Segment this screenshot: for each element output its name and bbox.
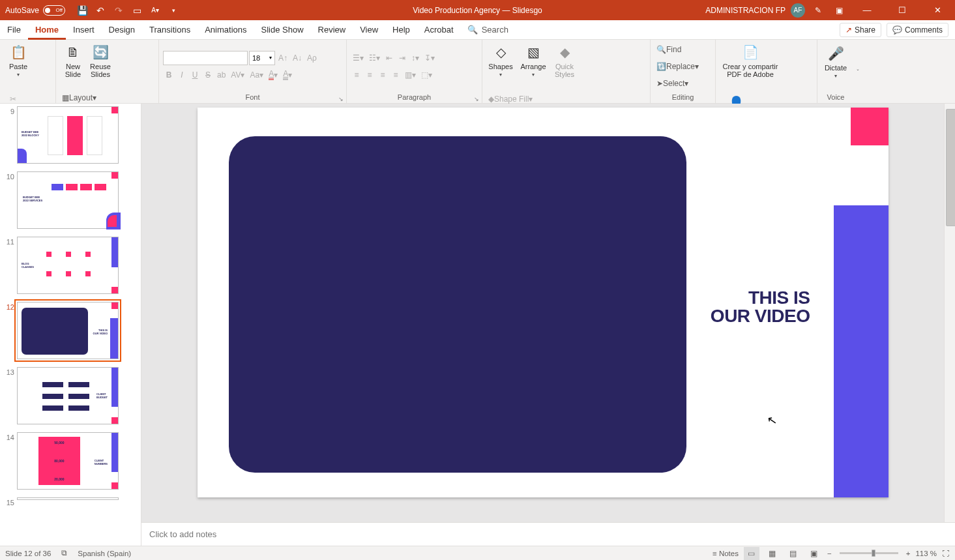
- vertical-scrollbar[interactable]: [944, 104, 955, 522]
- change-case-button[interactable]: Aa▾: [248, 68, 265, 82]
- close-button[interactable]: ✕: [922, 0, 952, 20]
- char-spacing-button[interactable]: AV▾: [229, 68, 246, 82]
- video-placeholder[interactable]: [229, 136, 686, 473]
- share-button[interactable]: ↗ Share: [840, 23, 881, 37]
- tab-design[interactable]: Design: [102, 20, 142, 40]
- slide[interactable]: THIS IS OUR VIDEO: [198, 108, 889, 497]
- comments-button[interactable]: 💬 Comments: [887, 23, 948, 37]
- arrange-button[interactable]: ▧ Arrange▾: [518, 41, 549, 89]
- bullets-icon[interactable]: ☰▾: [351, 51, 366, 65]
- quick-styles-button[interactable]: ◆ Quick Styles: [551, 41, 578, 89]
- increase-font-icon[interactable]: A↑: [276, 51, 289, 65]
- font-size-box[interactable]: 18▾: [249, 51, 275, 65]
- font-name-box[interactable]: [163, 51, 248, 65]
- tab-acrobat[interactable]: Acrobat: [417, 20, 461, 40]
- zoom-in-icon[interactable]: +: [906, 550, 911, 557]
- highlight-icon[interactable]: A▾: [281, 68, 294, 82]
- avatar[interactable]: AF: [791, 3, 805, 18]
- reuse-slides-button[interactable]: 🔄 Reuse Slides: [87, 41, 113, 89]
- pen-icon[interactable]: ✎: [810, 3, 826, 18]
- align-right-icon[interactable]: ≡: [377, 68, 389, 82]
- autosave-state[interactable]: Off: [43, 5, 65, 16]
- line-spacing-icon[interactable]: ↕▾: [409, 51, 421, 65]
- underline-button[interactable]: U: [189, 68, 201, 82]
- zoom-out-icon[interactable]: −: [827, 550, 832, 557]
- replace-button[interactable]: 🔃 Replace ▾: [654, 59, 711, 74]
- notes-toggle[interactable]: ≡ Notes: [713, 550, 739, 557]
- text-direction-icon[interactable]: ↧▾: [422, 51, 437, 65]
- account-name[interactable]: ADMINISTRACION FP: [705, 6, 786, 15]
- shapes-button[interactable]: ◇ Shapes▾: [486, 41, 515, 89]
- zoom-level[interactable]: 113 %: [915, 550, 937, 557]
- numbering-icon[interactable]: ☷▾: [367, 51, 382, 65]
- thumbnail-12[interactable]: 12 THIS ISOUR VIDEO: [3, 302, 141, 359]
- slide-sorter-icon[interactable]: ▦: [765, 547, 780, 560]
- undo-icon[interactable]: ↶: [94, 4, 107, 17]
- create-pdf-button[interactable]: 📄 Crear y compartir PDF de Adobe: [720, 41, 781, 89]
- decrease-font-icon[interactable]: A↓: [291, 51, 304, 65]
- increase-indent-icon[interactable]: ⇥: [396, 51, 408, 65]
- tab-transitions[interactable]: Transitions: [142, 20, 198, 40]
- save-icon[interactable]: 💾: [76, 4, 89, 17]
- tab-animations[interactable]: Animations: [198, 20, 254, 40]
- bold-button[interactable]: B: [163, 68, 175, 82]
- strikethrough-button[interactable]: S: [202, 68, 214, 82]
- share-icon: ↗: [845, 25, 852, 35]
- accessibility-icon[interactable]: ⧉: [61, 549, 67, 557]
- slideshow-icon[interactable]: ▣: [806, 547, 822, 560]
- minimize-button[interactable]: —: [852, 0, 882, 20]
- zoom-slider[interactable]: [840, 552, 898, 554]
- thumbnail-10[interactable]: 10 BUDGET BEE2022 SERVICES: [3, 171, 141, 229]
- qat-customize-icon[interactable]: ▾: [167, 4, 180, 17]
- normal-view-icon[interactable]: ▭: [744, 547, 759, 560]
- layout-button[interactable]: ▦ Layout ▾: [60, 91, 103, 105]
- maximize-button[interactable]: ☐: [887, 0, 917, 20]
- thumbnail-9[interactable]: 9 BUDGET BEE2022 BLOCKY: [3, 106, 141, 164]
- language-indicator[interactable]: Spanish (Spain): [78, 550, 131, 557]
- present-from-start-icon[interactable]: ▭: [130, 4, 143, 17]
- thumbnail-pane[interactable]: 9 BUDGET BEE2022 BLOCKY 10 BUDGET BEE202…: [0, 104, 141, 546]
- redo-icon[interactable]: ↷: [112, 4, 125, 17]
- smart-art-icon[interactable]: ⬚▾: [419, 68, 434, 82]
- columns-icon[interactable]: ▥▾: [403, 68, 418, 82]
- group-label: Paragraph: [398, 93, 431, 101]
- fit-to-window-icon[interactable]: ⛶: [942, 550, 950, 557]
- new-slide-button[interactable]: 🗎 New Slide: [60, 41, 86, 89]
- align-center-icon[interactable]: ≡: [364, 68, 375, 82]
- font-color-icon[interactable]: A▾: [267, 68, 280, 82]
- paste-button[interactable]: 📋 Paste ▾: [4, 41, 33, 89]
- ribbon-display-options-icon[interactable]: ▣: [831, 3, 847, 18]
- slide-indicator[interactable]: Slide 12 of 36: [5, 550, 51, 557]
- italic-button[interactable]: I: [176, 68, 188, 82]
- align-left-icon[interactable]: ≡: [351, 68, 362, 82]
- shadow-button[interactable]: ab: [215, 68, 228, 82]
- thumbnail-14[interactable]: 14 50,00080,00020,000 CLIENTNUMBERS: [3, 432, 141, 490]
- tab-file[interactable]: File: [0, 20, 28, 40]
- tab-home[interactable]: Home: [28, 20, 66, 40]
- tab-review[interactable]: Review: [311, 20, 353, 40]
- thumbnail-13[interactable]: 13 CLIENTBUDGET: [3, 367, 141, 424]
- slide-canvas[interactable]: THIS IS OUR VIDEO ↖: [141, 104, 944, 522]
- clear-formatting-icon[interactable]: Aρ: [305, 51, 319, 65]
- collapse-ribbon-icon[interactable]: ˇ: [854, 40, 862, 103]
- tab-slide-show[interactable]: Slide Show: [254, 20, 310, 40]
- dictate-button[interactable]: 🎤 Dictate▾: [821, 42, 850, 91]
- tab-help[interactable]: Help: [385, 20, 417, 40]
- select-button[interactable]: ➤ Select ▾: [654, 76, 711, 91]
- autosave-toggle[interactable]: AutoSave Off: [0, 5, 70, 16]
- tab-insert[interactable]: Insert: [66, 20, 102, 40]
- dialog-launcher-icon[interactable]: ↘: [338, 96, 344, 102]
- notes-pane[interactable]: Click to add notes: [141, 522, 955, 546]
- find-button[interactable]: 🔍 Find: [654, 42, 711, 57]
- decrease-indent-icon[interactable]: ⇤: [383, 51, 395, 65]
- thumbnail-15[interactable]: 15: [3, 497, 141, 507]
- reading-view-icon[interactable]: ▤: [786, 547, 801, 560]
- slide-title[interactable]: THIS IS OUR VIDEO: [711, 289, 810, 325]
- touch-mode-icon[interactable]: A▾: [149, 4, 162, 17]
- dialog-launcher-icon[interactable]: ↘: [474, 96, 479, 102]
- justify-icon[interactable]: ≡: [390, 68, 402, 82]
- group-label: Font: [245, 93, 259, 101]
- thumbnail-11[interactable]: 11 BLOGCLASSES: [3, 237, 141, 294]
- tab-view[interactable]: View: [353, 20, 385, 40]
- search-box[interactable]: 🔍 Search: [461, 25, 515, 35]
